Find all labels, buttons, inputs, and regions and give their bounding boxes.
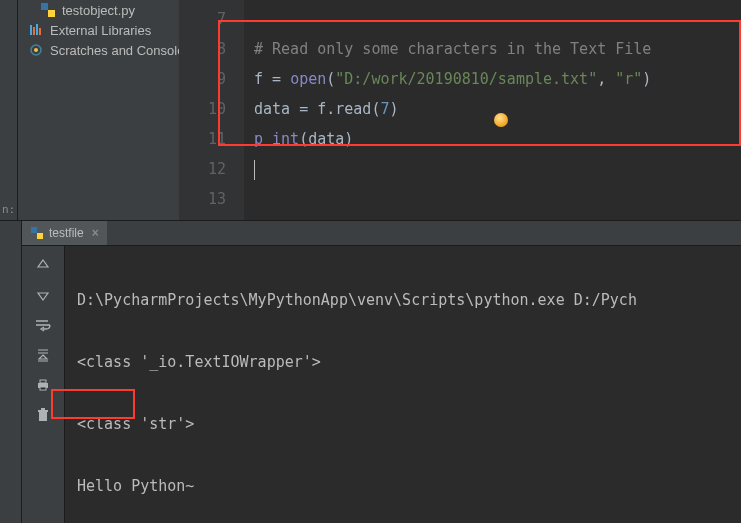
tree-label: Scratches and Consoles bbox=[50, 43, 179, 58]
tree-item-scratch[interactable]: Scratches and Consoles bbox=[18, 40, 179, 60]
libraries-icon bbox=[28, 22, 44, 38]
svg-rect-14 bbox=[38, 410, 48, 412]
svg-rect-1 bbox=[48, 10, 55, 17]
soft-wrap-icon[interactable] bbox=[34, 316, 52, 334]
up-arrow-icon[interactable] bbox=[34, 256, 52, 274]
run-tab[interactable]: testfile × bbox=[22, 221, 107, 245]
console-line: <class 'str'> bbox=[77, 409, 729, 440]
svg-rect-3 bbox=[33, 27, 35, 35]
trash-icon[interactable] bbox=[34, 406, 52, 424]
tool-tabs: testfile × bbox=[22, 221, 741, 246]
python-file-icon bbox=[30, 226, 44, 240]
run-tool-window: testfile × bbox=[0, 221, 741, 523]
intention-bulb-icon[interactable] bbox=[494, 113, 508, 127]
console-line: D:\PycharmProjects\MyPythonApp\venv\Scri… bbox=[77, 285, 729, 316]
code-editor[interactable]: # Read only some characters in the Text … bbox=[244, 0, 741, 220]
scratches-icon bbox=[28, 42, 44, 58]
tab-label: testfile bbox=[49, 226, 84, 240]
svg-rect-11 bbox=[40, 380, 46, 383]
tree-item-libs[interactable]: External Libraries bbox=[18, 20, 179, 40]
print-icon[interactable] bbox=[34, 376, 52, 394]
svg-rect-4 bbox=[36, 24, 38, 35]
code-comment: # Read only some characters in the Text … bbox=[254, 40, 651, 58]
svg-rect-15 bbox=[41, 408, 45, 410]
console-line: Hello Python~ bbox=[77, 471, 729, 502]
scroll-to-end-icon[interactable] bbox=[34, 346, 52, 364]
run-toolbar bbox=[22, 246, 65, 523]
project-tree[interactable]: testobject.py External Libraries Scratch… bbox=[18, 0, 179, 220]
close-icon[interactable]: × bbox=[92, 226, 99, 240]
svg-rect-2 bbox=[30, 25, 32, 35]
console-output[interactable]: D:\PycharmProjects\MyPythonApp\venv\Scri… bbox=[65, 246, 741, 523]
line-number-gutter: 7 8 9 10 11 12 13 bbox=[179, 0, 244, 220]
left-tool-strip: n: bbox=[0, 0, 18, 220]
svg-rect-13 bbox=[39, 412, 47, 421]
tree-item-file[interactable]: testobject.py bbox=[18, 0, 179, 20]
down-arrow-icon[interactable] bbox=[34, 286, 52, 304]
tree-label: External Libraries bbox=[50, 23, 151, 38]
svg-rect-0 bbox=[41, 3, 48, 10]
tool-side-strip bbox=[0, 221, 22, 523]
svg-rect-8 bbox=[31, 227, 37, 233]
svg-rect-5 bbox=[39, 28, 41, 35]
svg-point-7 bbox=[34, 48, 38, 52]
svg-rect-9 bbox=[37, 233, 43, 239]
python-file-icon bbox=[40, 2, 56, 18]
tree-label: testobject.py bbox=[62, 3, 135, 18]
svg-rect-12 bbox=[40, 387, 46, 390]
console-line: <class '_io.TextIOWrapper'> bbox=[77, 347, 729, 378]
text-cursor bbox=[254, 160, 255, 180]
